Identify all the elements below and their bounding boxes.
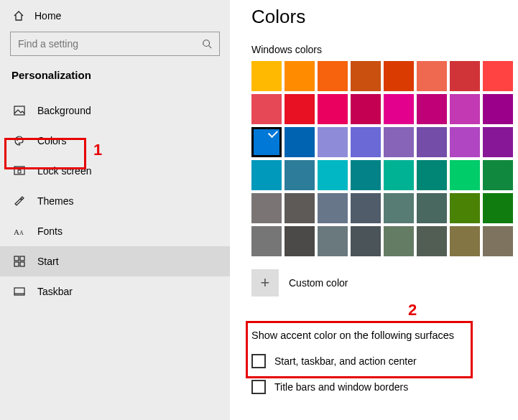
accent-surfaces-heading: Show accent color on the following surfa…	[251, 330, 518, 341]
color-swatch[interactable]	[384, 160, 414, 190]
windows-colors-label: Windows colors	[251, 44, 518, 55]
picture-icon	[13, 104, 26, 117]
color-swatch[interactable]	[251, 94, 282, 124]
search-container	[10, 32, 220, 56]
sidebar-item-label: Lock screen	[37, 165, 91, 177]
color-swatch[interactable]	[384, 127, 414, 157]
svg-text:A: A	[19, 230, 24, 236]
color-swatch[interactable]	[285, 193, 315, 223]
svg-rect-11	[20, 256, 24, 261]
taskbar-icon	[13, 285, 26, 298]
themes-icon	[13, 195, 26, 207]
color-swatch[interactable]	[351, 61, 381, 91]
color-swatch[interactable]	[318, 127, 348, 157]
color-swatch[interactable]	[251, 127, 282, 157]
color-swatch[interactable]	[384, 94, 414, 124]
color-swatch[interactable]	[318, 193, 348, 223]
color-swatch[interactable]	[417, 94, 447, 124]
svg-point-5	[20, 139, 22, 140]
color-swatch[interactable]	[483, 61, 513, 91]
fonts-icon: AA	[13, 225, 26, 238]
svg-rect-2	[14, 106, 24, 115]
search-icon	[201, 38, 213, 50]
start-icon	[13, 255, 26, 268]
color-swatch[interactable]	[483, 127, 513, 157]
sidebar-item-fonts[interactable]: AA Fonts	[0, 216, 230, 246]
color-swatch[interactable]	[417, 127, 447, 157]
sidebar-item-start[interactable]: Start	[0, 246, 230, 276]
sidebar-item-background[interactable]: Background	[0, 95, 230, 126]
sidebar-item-label: Start	[37, 256, 59, 267]
svg-text:A: A	[14, 228, 19, 236]
color-swatch[interactable]	[417, 226, 447, 256]
custom-color-button[interactable]: +	[251, 269, 279, 297]
color-swatch[interactable]	[351, 226, 381, 256]
color-swatch[interactable]	[251, 61, 282, 91]
checkbox-titlebars-row[interactable]: Title bars and window borders	[251, 377, 518, 403]
sidebar-item-themes[interactable]: Themes	[0, 186, 230, 216]
color-swatch[interactable]	[450, 94, 480, 124]
color-swatch[interactable]	[450, 193, 480, 223]
palette-icon	[13, 134, 26, 147]
color-swatch[interactable]	[417, 61, 447, 91]
sidebar-item-colors[interactable]: Colors	[0, 126, 230, 156]
color-swatch[interactable]	[351, 94, 381, 124]
color-swatch[interactable]	[351, 193, 381, 223]
home-icon	[13, 10, 24, 22]
color-swatch[interactable]	[450, 127, 480, 157]
color-swatch[interactable]	[285, 61, 315, 91]
color-swatch[interactable]	[384, 226, 414, 256]
color-swatch[interactable]	[285, 94, 315, 124]
color-swatch[interactable]	[483, 160, 513, 190]
checkbox-label: Start, taskbar, and action center	[274, 355, 417, 367]
color-swatch[interactable]	[483, 94, 513, 124]
color-swatch[interactable]	[417, 160, 447, 190]
color-swatch[interactable]	[285, 127, 315, 157]
color-swatch[interactable]	[251, 160, 282, 190]
color-swatch[interactable]	[417, 193, 447, 223]
svg-point-4	[18, 138, 19, 139]
svg-rect-7	[18, 170, 21, 173]
color-swatch[interactable]	[450, 61, 480, 91]
color-swatch[interactable]	[483, 226, 513, 256]
category-heading: Personalization	[0, 69, 230, 95]
color-swatch[interactable]	[384, 61, 414, 91]
page-title: Colors	[251, 6, 518, 28]
svg-line-1	[209, 46, 212, 49]
color-swatch[interactable]	[450, 226, 480, 256]
sidebar-item-label: Themes	[37, 195, 74, 207]
search-input[interactable]	[10, 32, 220, 56]
checkbox-titlebars[interactable]	[251, 380, 266, 394]
color-swatch[interactable]	[318, 94, 348, 124]
plus-icon: +	[261, 274, 270, 292]
color-swatch[interactable]	[285, 226, 315, 256]
color-swatch[interactable]	[251, 193, 282, 223]
color-swatch[interactable]	[318, 61, 348, 91]
color-swatch[interactable]	[351, 160, 381, 190]
sidebar-item-taskbar[interactable]: Taskbar	[0, 276, 230, 307]
svg-rect-13	[20, 262, 24, 266]
svg-rect-10	[14, 256, 19, 261]
home-label: Home	[34, 10, 61, 22]
color-swatch[interactable]	[483, 193, 513, 223]
svg-point-3	[17, 139, 18, 141]
sidebar-item-label: Fonts	[37, 225, 63, 237]
checkbox-start-taskbar[interactable]	[251, 354, 266, 368]
color-swatch[interactable]	[351, 127, 381, 157]
color-swatch[interactable]	[450, 160, 480, 190]
home-nav-item[interactable]: Home	[0, 6, 230, 32]
color-swatch[interactable]	[251, 226, 282, 256]
color-swatch[interactable]	[318, 226, 348, 256]
custom-color-row: + Custom color	[251, 269, 518, 297]
svg-point-0	[203, 40, 210, 47]
color-grid	[251, 61, 518, 256]
checkbox-label: Title bars and window borders	[274, 381, 408, 393]
annotation-number-2: 2	[408, 301, 417, 319]
lock-screen-icon	[13, 164, 26, 177]
sidebar-item-label: Background	[37, 105, 91, 116]
color-swatch[interactable]	[384, 193, 414, 223]
color-swatch[interactable]	[285, 160, 315, 190]
sidebar-item-lockscreen[interactable]: Lock screen	[0, 156, 230, 186]
checkbox-start-taskbar-row[interactable]: Start, taskbar, and action center	[251, 351, 518, 377]
color-swatch[interactable]	[318, 160, 348, 190]
